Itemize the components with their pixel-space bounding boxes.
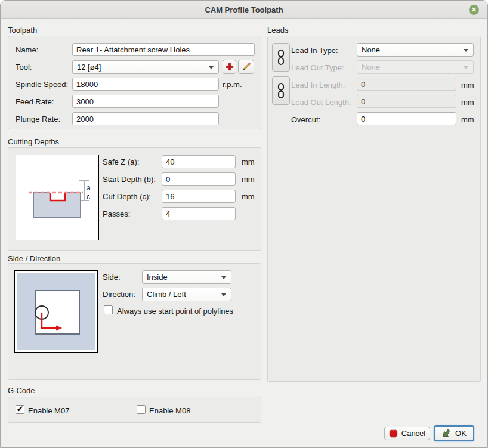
gcode-group-label: G-Code	[8, 386, 35, 395]
tool-select-value: 12 [ø4]	[77, 63, 101, 72]
link-lead-lengths-button[interactable]	[272, 76, 290, 105]
lead-out-type-select: None	[357, 60, 474, 74]
chevron-down-icon	[209, 66, 214, 69]
link-lead-types-button[interactable]	[272, 43, 290, 72]
dim-c-label: c	[87, 193, 90, 201]
lead-in-type-label: Lead In Type:	[291, 46, 338, 55]
add-tool-button[interactable]	[223, 60, 236, 74]
dialog-title: CAM Profile Toolpath	[1, 1, 487, 19]
safe-z-input[interactable]	[162, 155, 236, 168]
start-depth-label: Start Depth (b):	[103, 175, 156, 184]
safe-z-unit: mm	[242, 157, 255, 166]
enable-m08-checkbox[interactable]	[137, 405, 146, 414]
lead-in-length-input	[357, 78, 456, 91]
polyline-start-checkbox-label: Always use start point of polylines	[117, 307, 233, 316]
passes-label: Passes:	[103, 209, 130, 218]
lead-out-length-unit: mm	[461, 98, 474, 107]
direction-label: Direction:	[103, 290, 135, 299]
enable-m07-label: Enable M07	[28, 406, 69, 415]
titlebar: CAM Profile Toolpath ✕	[1, 1, 487, 19]
ok-arrow-icon	[441, 429, 452, 438]
safe-z-label: Safe Z (a):	[103, 157, 139, 166]
side-direction-diagram-drawing	[15, 271, 97, 352]
close-icon[interactable]: ✕	[469, 5, 479, 15]
plus-icon	[226, 63, 234, 71]
feed-rate-input[interactable]	[72, 95, 219, 108]
chevron-down-icon	[464, 49, 468, 52]
tool-label: Tool:	[16, 63, 32, 72]
overcut-input[interactable]	[357, 112, 456, 125]
cam-profile-toolpath-dialog: CAM Profile Toolpath ✕ Toolpath Name: To…	[0, 0, 488, 448]
side-direction-diagram	[14, 270, 98, 353]
cutting-depths-group-label: Cutting Depths	[8, 137, 59, 146]
chevron-down-icon	[221, 276, 226, 279]
spindle-speed-label: Spindle Speed:	[16, 80, 68, 89]
spindle-speed-unit: r.p.m.	[223, 80, 242, 89]
dim-a-label: a	[87, 184, 91, 192]
lead-in-type-value: None	[362, 45, 380, 54]
plunge-rate-label: Plunge Rate:	[16, 115, 60, 123]
spindle-speed-input[interactable]	[72, 78, 219, 91]
passes-input[interactable]	[162, 207, 236, 220]
cut-depth-input[interactable]	[162, 190, 236, 203]
pencil-icon	[242, 62, 251, 72]
side-select-value: Inside	[147, 273, 168, 282]
enable-m07-checkbox[interactable]	[16, 405, 24, 414]
lead-out-type-label: Lead Out Type:	[291, 63, 344, 72]
direction-select-value: Climb / Left	[147, 290, 186, 299]
lead-out-length-input	[357, 95, 456, 108]
cutting-depths-diagram: a c	[16, 155, 99, 240]
lead-out-type-value: None	[362, 63, 380, 72]
start-depth-input[interactable]	[162, 172, 236, 186]
lead-in-length-label: Lead In Length:	[291, 81, 345, 89]
feed-rate-label: Feed Rate:	[16, 97, 54, 106]
toolpath-group-label: Toolpath	[8, 26, 37, 35]
name-label: Name:	[16, 45, 38, 54]
ok-button-label: OK	[455, 429, 467, 438]
side-direction-group-label: Side / Direction	[8, 254, 60, 263]
polyline-start-checkbox[interactable]	[104, 305, 113, 314]
enable-m08-label: Enable M08	[149, 406, 190, 415]
overcut-unit: mm	[461, 115, 474, 124]
cut-depth-label: Cut Depth (c):	[103, 192, 151, 201]
cutting-depths-diagram-drawing: a c	[16, 155, 98, 240]
side-select[interactable]: Inside	[142, 270, 231, 284]
chain-link-icon	[277, 49, 285, 66]
lead-in-type-select[interactable]: None	[357, 43, 474, 57]
direction-select[interactable]: Climb / Left	[142, 288, 231, 301]
side-label: Side:	[103, 273, 121, 282]
leads-group-label: Leads	[267, 26, 288, 35]
lead-in-length-unit: mm	[461, 81, 474, 89]
chevron-down-icon	[464, 66, 468, 69]
edit-tool-button[interactable]	[238, 60, 254, 74]
start-depth-unit: mm	[242, 175, 255, 184]
cancel-button[interactable]: Cancel	[384, 427, 430, 440]
name-input[interactable]	[72, 43, 255, 56]
overcut-label: Overcut:	[291, 115, 320, 124]
cancel-button-label: Cancel	[401, 429, 425, 438]
plunge-rate-input[interactable]	[72, 112, 219, 125]
chevron-down-icon	[221, 293, 226, 296]
chain-link-icon	[277, 82, 285, 99]
ok-button[interactable]: OK	[434, 425, 474, 441]
lead-out-length-label: Lead Out Length:	[291, 98, 351, 107]
cut-depth-unit: mm	[242, 192, 255, 201]
tool-select[interactable]: 12 [ø4]	[72, 60, 219, 74]
stop-icon	[389, 429, 398, 438]
